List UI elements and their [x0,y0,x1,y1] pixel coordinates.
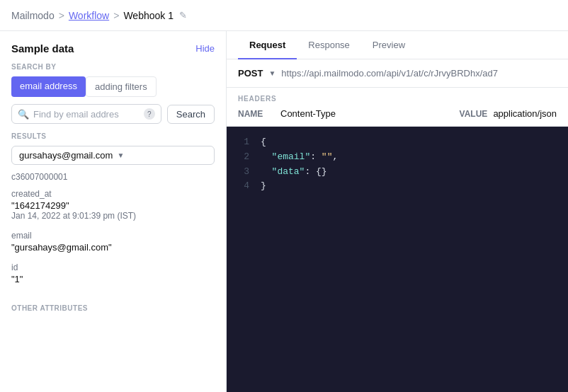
email-select[interactable]: gursahays@gmail.com ▼ [11,146,215,165]
code-line-1: 1 { [238,135,557,150]
breadcrumb-workflow[interactable]: Workflow [69,10,109,21]
left-panel: Sample data Hide SEARCH BY email address… [0,31,227,392]
http-method: POST [238,68,263,79]
field-created-at-label: created_at [11,189,215,199]
header-value-col: VALUE [460,109,488,119]
request-url: https://api.mailmodo.com/api/v1/at/c/rJr… [281,68,498,79]
line-content-1: { [261,135,266,150]
line-num-1: 1 [238,135,249,150]
breadcrumb-app[interactable]: Mailmodo [11,10,55,21]
line-num-3: 3 [238,165,249,180]
left-panel-header: Sample data Hide [0,31,226,63]
help-icon[interactable]: ? [144,108,155,120]
sample-data-title: Sample data [11,42,74,54]
header-name-val: Content-Type [280,108,460,119]
code-line-4: 4 } [238,179,557,194]
right-panel: Request Response Preview POST ▼ https://… [227,31,568,392]
breadcrumb-current: Webhook 1 [123,10,174,21]
search-button[interactable]: Search [167,105,215,124]
code-line-2: 2 "email": "", [238,150,557,165]
filter-tabs: email address adding filters [0,76,226,104]
filter-tab-email[interactable]: email address [11,76,86,97]
tab-response[interactable]: Response [297,31,361,59]
header-name-col: NAME [238,109,280,119]
selected-email: gursahays@gmail.com [19,150,113,161]
tab-preview[interactable]: Preview [361,31,416,59]
field-email-label: email [11,231,215,241]
line-num-2: 2 [238,150,249,165]
headers-label: HEADERS [238,95,557,103]
header: Mailmodo > Workflow > Webhook 1 ✎ [0,0,568,31]
line-content-3: "data": {} [261,165,327,180]
line-num-4: 4 [238,179,249,194]
code-line-3: 3 "data": {} [238,165,557,180]
field-id-value: "1" [11,274,215,284]
data-fields: created_at "1642174299" Jan 14, 2022 at … [0,189,226,300]
header-value-val: application/json [493,108,557,119]
hide-button[interactable]: Hide [195,43,215,54]
filter-tab-filters[interactable]: adding filters [86,76,157,97]
contact-id: c36007000001 [0,169,226,189]
search-icon: 🔍 [18,109,29,120]
breadcrumb-sep2: > [113,10,119,21]
search-input[interactable] [33,109,140,120]
search-input-wrap: 🔍 ? [11,104,161,124]
breadcrumb-sep1: > [59,10,64,21]
tab-request[interactable]: Request [238,31,297,59]
field-id-label: id [11,263,215,272]
chevron-down-icon: ▼ [117,151,124,159]
search-row: 🔍 ? Search [0,104,226,132]
field-id: id "1" [11,263,215,284]
code-block[interactable]: 1 { 2 "email": "", 3 "data": {} 4 } [227,127,568,392]
main-layout: Sample data Hide SEARCH BY email address… [0,31,568,392]
request-meta: POST ▼ https://api.mailmodo.com/api/v1/a… [227,59,568,88]
other-attrs-label: OTHER ATTRIBUTES [0,304,226,318]
data-fields-scroll[interactable]: created_at "1642174299" Jan 14, 2022 at … [0,189,226,392]
results-label: RESULTS [0,132,226,146]
email-select-row: gursahays@gmail.com ▼ [0,146,226,169]
search-by-label: SEARCH BY [0,63,226,76]
edit-icon[interactable]: ✎ [179,10,187,21]
line-content-2: "email": "", [261,150,338,165]
field-created-at: created_at "1642174299" Jan 14, 2022 at … [11,189,215,221]
method-chevron-icon[interactable]: ▼ [268,69,276,77]
field-created-at-value: "1642174299" [11,200,215,211]
headers-row: NAME Content-Type VALUE application/json [238,108,557,119]
line-content-4: } [261,179,266,194]
headers-section: HEADERS NAME Content-Type VALUE applicat… [227,88,568,127]
field-email-value: "gursahays@gmail.com" [11,242,215,253]
field-email: email "gursahays@gmail.com" [11,231,215,253]
field-created-at-subvalue: Jan 14, 2022 at 9:01:39 pm (IST) [11,211,215,221]
tabs-row: Request Response Preview [227,31,568,59]
